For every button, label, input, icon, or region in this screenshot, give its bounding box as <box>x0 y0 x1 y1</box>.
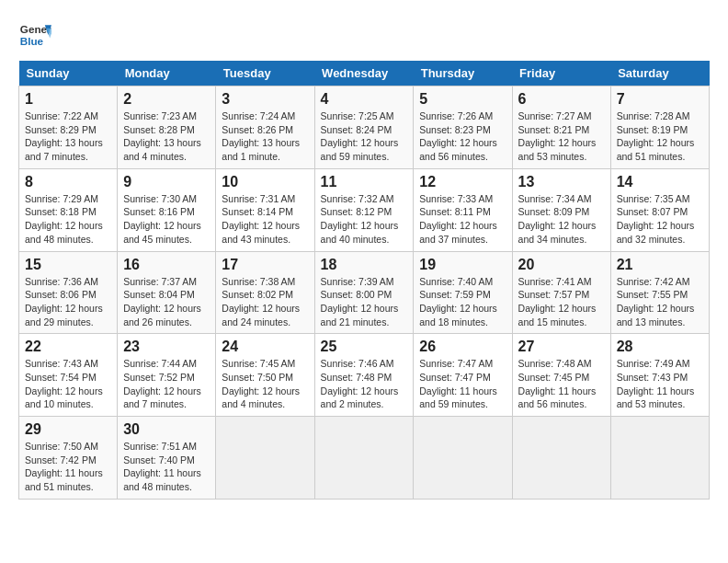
weekday-header-tuesday: Tuesday <box>216 61 314 86</box>
day-info: Sunrise: 7:29 AM Sunset: 8:18 PM Dayligh… <box>25 192 111 247</box>
calendar-cell: 24Sunrise: 7:45 AM Sunset: 7:50 PM Dayli… <box>216 334 314 417</box>
day-info: Sunrise: 7:41 AM Sunset: 7:57 PM Dayligh… <box>518 275 605 329</box>
day-info: Sunrise: 7:31 AM Sunset: 8:14 PM Dayligh… <box>222 192 308 247</box>
calendar-cell: 18Sunrise: 7:39 AM Sunset: 8:00 PM Dayli… <box>314 251 414 334</box>
day-number: 17 <box>222 257 308 273</box>
day-number: 6 <box>518 91 605 108</box>
calendar-cell: 28Sunrise: 7:49 AM Sunset: 7:43 PM Dayli… <box>610 334 709 417</box>
weekday-header-thursday: Thursday <box>414 61 512 86</box>
day-info: Sunrise: 7:27 AM Sunset: 8:21 PM Dayligh… <box>518 109 605 164</box>
calendar-cell <box>512 417 610 500</box>
day-info: Sunrise: 7:51 AM Sunset: 7:40 PM Dayligh… <box>123 440 210 494</box>
page-header: General Blue <box>18 18 710 52</box>
calendar-cell: 6Sunrise: 7:27 AM Sunset: 8:21 PM Daylig… <box>512 86 610 169</box>
day-info: Sunrise: 7:44 AM Sunset: 7:52 PM Dayligh… <box>123 357 210 411</box>
weekday-header-friday: Friday <box>512 61 610 86</box>
day-number: 10 <box>222 174 308 190</box>
calendar-cell: 29Sunrise: 7:50 AM Sunset: 7:42 PM Dayli… <box>19 417 118 500</box>
day-info: Sunrise: 7:42 AM Sunset: 7:55 PM Dayligh… <box>617 275 703 329</box>
calendar-table: SundayMondayTuesdayWednesdayThursdayFrid… <box>18 61 710 500</box>
calendar-cell: 12Sunrise: 7:33 AM Sunset: 8:11 PM Dayli… <box>414 168 512 251</box>
day-number: 8 <box>25 174 111 190</box>
day-number: 22 <box>25 339 111 355</box>
calendar-cell: 16Sunrise: 7:37 AM Sunset: 8:04 PM Dayli… <box>118 251 216 334</box>
day-number: 16 <box>123 257 210 273</box>
day-number: 25 <box>321 339 408 355</box>
day-number: 5 <box>419 91 506 108</box>
day-info: Sunrise: 7:22 AM Sunset: 8:29 PM Dayligh… <box>25 109 111 164</box>
day-number: 21 <box>617 257 703 273</box>
day-number: 4 <box>321 91 408 108</box>
calendar-cell: 17Sunrise: 7:38 AM Sunset: 8:02 PM Dayli… <box>216 251 314 334</box>
calendar-cell: 14Sunrise: 7:35 AM Sunset: 8:07 PM Dayli… <box>610 168 709 251</box>
calendar-cell: 8Sunrise: 7:29 AM Sunset: 8:18 PM Daylig… <box>19 168 118 251</box>
day-number: 30 <box>123 421 210 438</box>
calendar-cell: 25Sunrise: 7:46 AM Sunset: 7:48 PM Dayli… <box>314 334 414 417</box>
day-info: Sunrise: 7:33 AM Sunset: 8:11 PM Dayligh… <box>419 192 506 247</box>
calendar-cell: 23Sunrise: 7:44 AM Sunset: 7:52 PM Dayli… <box>118 334 216 417</box>
day-info: Sunrise: 7:35 AM Sunset: 8:07 PM Dayligh… <box>617 192 703 247</box>
day-number: 15 <box>25 257 111 273</box>
day-info: Sunrise: 7:24 AM Sunset: 8:26 PM Dayligh… <box>222 109 308 164</box>
calendar-cell <box>610 417 709 500</box>
day-info: Sunrise: 7:28 AM Sunset: 8:19 PM Dayligh… <box>617 109 703 164</box>
logo: General Blue <box>18 18 51 52</box>
calendar-cell: 9Sunrise: 7:30 AM Sunset: 8:16 PM Daylig… <box>118 168 216 251</box>
weekday-header-saturday: Saturday <box>610 61 709 86</box>
calendar-cell: 22Sunrise: 7:43 AM Sunset: 7:54 PM Dayli… <box>19 334 118 417</box>
calendar-cell: 26Sunrise: 7:47 AM Sunset: 7:47 PM Dayli… <box>414 334 512 417</box>
calendar-cell: 11Sunrise: 7:32 AM Sunset: 8:12 PM Dayli… <box>314 168 414 251</box>
calendar-cell: 21Sunrise: 7:42 AM Sunset: 7:55 PM Dayli… <box>610 251 709 334</box>
day-number: 24 <box>222 339 308 355</box>
day-number: 12 <box>419 174 506 190</box>
day-info: Sunrise: 7:32 AM Sunset: 8:12 PM Dayligh… <box>321 192 408 247</box>
calendar-cell <box>314 417 414 500</box>
day-info: Sunrise: 7:39 AM Sunset: 8:00 PM Dayligh… <box>321 275 408 329</box>
calendar-cell: 19Sunrise: 7:40 AM Sunset: 7:59 PM Dayli… <box>414 251 512 334</box>
day-info: Sunrise: 7:34 AM Sunset: 8:09 PM Dayligh… <box>518 192 605 247</box>
day-info: Sunrise: 7:38 AM Sunset: 8:02 PM Dayligh… <box>222 275 308 329</box>
day-info: Sunrise: 7:26 AM Sunset: 8:23 PM Dayligh… <box>419 109 506 164</box>
calendar-cell: 7Sunrise: 7:28 AM Sunset: 8:19 PM Daylig… <box>610 86 709 169</box>
calendar-cell <box>216 417 314 500</box>
day-info: Sunrise: 7:30 AM Sunset: 8:16 PM Dayligh… <box>123 192 210 247</box>
calendar-cell <box>414 417 512 500</box>
calendar-cell: 4Sunrise: 7:25 AM Sunset: 8:24 PM Daylig… <box>314 86 414 169</box>
day-number: 23 <box>123 339 210 355</box>
day-info: Sunrise: 7:25 AM Sunset: 8:24 PM Dayligh… <box>321 109 408 164</box>
day-info: Sunrise: 7:40 AM Sunset: 7:59 PM Dayligh… <box>419 275 506 329</box>
day-number: 27 <box>518 339 605 355</box>
weekday-header-monday: Monday <box>118 61 216 86</box>
day-number: 19 <box>419 257 506 273</box>
calendar-cell: 15Sunrise: 7:36 AM Sunset: 8:06 PM Dayli… <box>19 251 118 334</box>
day-info: Sunrise: 7:23 AM Sunset: 8:28 PM Dayligh… <box>123 109 210 164</box>
day-number: 29 <box>25 421 111 438</box>
day-info: Sunrise: 7:46 AM Sunset: 7:48 PM Dayligh… <box>321 357 408 411</box>
calendar-cell: 3Sunrise: 7:24 AM Sunset: 8:26 PM Daylig… <box>216 86 314 169</box>
svg-text:Blue: Blue <box>20 35 44 47</box>
day-info: Sunrise: 7:43 AM Sunset: 7:54 PM Dayligh… <box>25 357 111 411</box>
day-info: Sunrise: 7:45 AM Sunset: 7:50 PM Dayligh… <box>222 357 308 411</box>
weekday-header-wednesday: Wednesday <box>314 61 414 86</box>
calendar-cell: 1Sunrise: 7:22 AM Sunset: 8:29 PM Daylig… <box>19 86 118 169</box>
calendar-cell: 20Sunrise: 7:41 AM Sunset: 7:57 PM Dayli… <box>512 251 610 334</box>
day-number: 3 <box>222 91 308 108</box>
day-number: 1 <box>25 91 111 108</box>
day-number: 13 <box>518 174 605 190</box>
day-info: Sunrise: 7:36 AM Sunset: 8:06 PM Dayligh… <box>25 275 111 329</box>
day-number: 26 <box>419 339 506 355</box>
day-info: Sunrise: 7:48 AM Sunset: 7:45 PM Dayligh… <box>518 357 605 411</box>
day-info: Sunrise: 7:47 AM Sunset: 7:47 PM Dayligh… <box>419 357 506 411</box>
day-number: 9 <box>123 174 210 190</box>
day-info: Sunrise: 7:50 AM Sunset: 7:42 PM Dayligh… <box>25 440 111 494</box>
calendar-cell: 2Sunrise: 7:23 AM Sunset: 8:28 PM Daylig… <box>118 86 216 169</box>
day-number: 11 <box>321 174 408 190</box>
logo-icon: General Blue <box>18 18 51 52</box>
day-number: 28 <box>617 339 703 355</box>
day-number: 18 <box>321 257 408 273</box>
calendar-cell: 13Sunrise: 7:34 AM Sunset: 8:09 PM Dayli… <box>512 168 610 251</box>
day-number: 2 <box>123 91 210 108</box>
calendar-cell: 10Sunrise: 7:31 AM Sunset: 8:14 PM Dayli… <box>216 168 314 251</box>
calendar-cell: 27Sunrise: 7:48 AM Sunset: 7:45 PM Dayli… <box>512 334 610 417</box>
day-number: 20 <box>518 257 605 273</box>
